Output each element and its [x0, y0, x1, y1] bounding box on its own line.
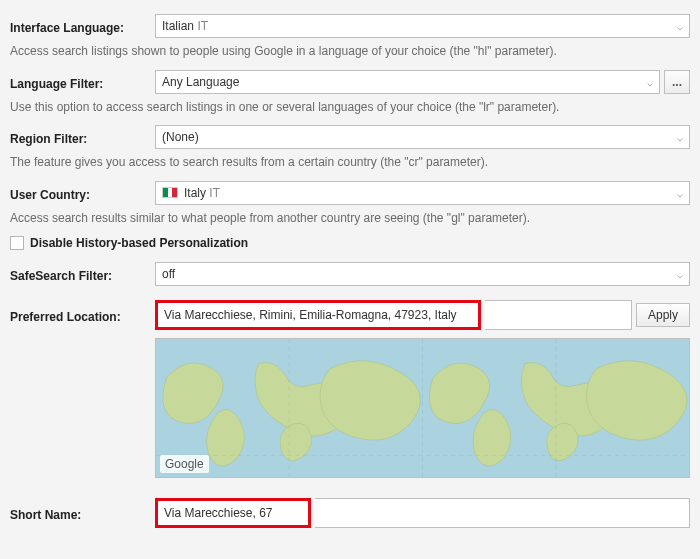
map-spacer	[10, 406, 155, 410]
safesearch-select[interactable]: off ⌵	[155, 262, 690, 286]
user-country-select[interactable]: Italy IT ⌵	[155, 181, 690, 205]
region-filter-value: (None)	[162, 130, 199, 144]
language-filter-more-button[interactable]: ...	[664, 70, 690, 94]
preferred-location-input[interactable]: Via Marecchiese, Rimini, Emilia-Romagna,…	[158, 303, 478, 327]
interface-language-hint: Access search listings shown to people u…	[10, 44, 690, 60]
chevron-down-icon: ⌵	[677, 21, 683, 32]
language-filter-label: Language Filter:	[10, 73, 155, 91]
interface-language-value: Italian	[162, 19, 194, 33]
region-filter-select[interactable]: (None) ⌵	[155, 125, 690, 149]
chevron-down-icon: ⌵	[647, 76, 653, 87]
apply-button[interactable]: Apply	[636, 303, 690, 327]
language-filter-value: Any Language	[162, 75, 239, 89]
preferred-location-input-rest[interactable]	[485, 300, 632, 330]
disable-personalization-label: Disable History-based Personalization	[30, 236, 248, 250]
preferred-location-label: Preferred Location:	[10, 306, 155, 324]
user-country-value: Italy	[184, 186, 206, 200]
short-name-input-rest[interactable]	[315, 498, 690, 528]
region-filter-label: Region Filter:	[10, 128, 155, 146]
chevron-down-icon: ⌵	[677, 132, 683, 143]
user-country-hint: Access search results similar to what pe…	[10, 211, 690, 227]
short-name-label: Short Name:	[10, 504, 155, 522]
disable-personalization-checkbox[interactable]	[10, 236, 24, 250]
short-name-value: Via Marecchiese, 67	[164, 506, 273, 520]
user-country-suffix: IT	[209, 186, 220, 200]
short-name-input[interactable]: Via Marecchiese, 67	[158, 501, 308, 525]
preferred-location-highlight: Via Marecchiese, Rimini, Emilia-Romagna,…	[155, 300, 481, 330]
italy-flag-icon	[162, 187, 178, 198]
interface-language-suffix: IT	[197, 19, 208, 33]
google-map-badge: Google	[160, 455, 209, 473]
safesearch-value: off	[162, 267, 175, 281]
world-map[interactable]: Google	[155, 338, 690, 478]
interface-language-label: Interface Language:	[10, 17, 155, 35]
safesearch-label: SafeSearch Filter:	[10, 265, 155, 283]
preferred-location-value: Via Marecchiese, Rimini, Emilia-Romagna,…	[164, 308, 457, 322]
language-filter-select[interactable]: Any Language ⌵	[155, 70, 660, 94]
interface-language-select[interactable]: Italian IT ⌵	[155, 14, 690, 38]
chevron-down-icon: ⌵	[677, 187, 683, 198]
language-filter-hint: Use this option to access search listing…	[10, 100, 690, 116]
short-name-highlight: Via Marecchiese, 67	[155, 498, 311, 528]
region-filter-hint: The feature gives you access to search r…	[10, 155, 690, 171]
user-country-label: User Country:	[10, 184, 155, 202]
chevron-down-icon: ⌵	[677, 269, 683, 280]
